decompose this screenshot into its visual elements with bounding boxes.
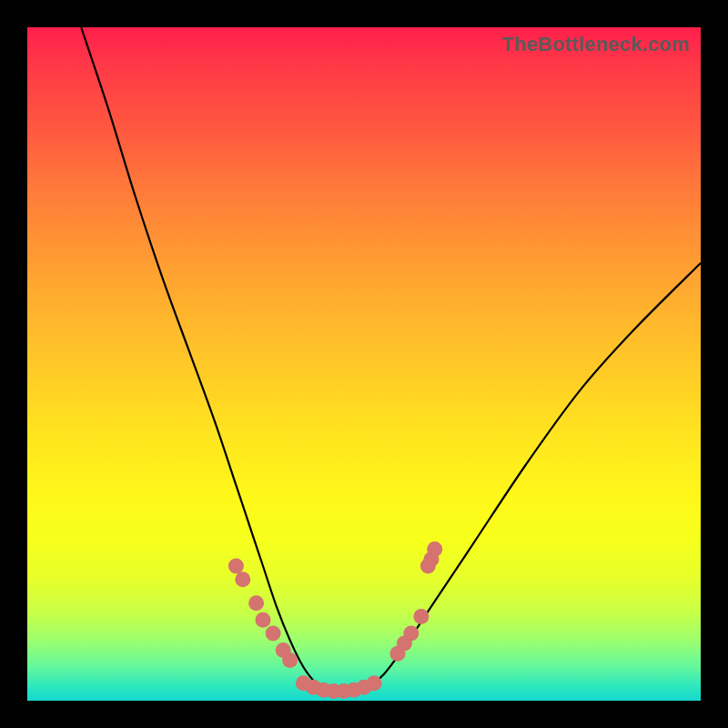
- marker-dot: [256, 612, 271, 628]
- chart-svg: [27, 27, 701, 701]
- marker-dot: [248, 595, 264, 611]
- marker-dot: [427, 541, 442, 557]
- marker-dot: [266, 626, 281, 642]
- marker-dot: [235, 571, 250, 587]
- marker-dot: [228, 559, 244, 574]
- marker-dot: [413, 609, 429, 624]
- plot-area: TheBottleneck.com: [27, 27, 701, 701]
- chart-frame: TheBottleneck.com: [0, 0, 728, 728]
- marker-dot: [367, 675, 382, 691]
- marker-dot: [403, 626, 419, 642]
- marker-dot: [282, 652, 298, 668]
- marker-group: [228, 541, 442, 699]
- bottleneck-curve: [81, 27, 701, 692]
